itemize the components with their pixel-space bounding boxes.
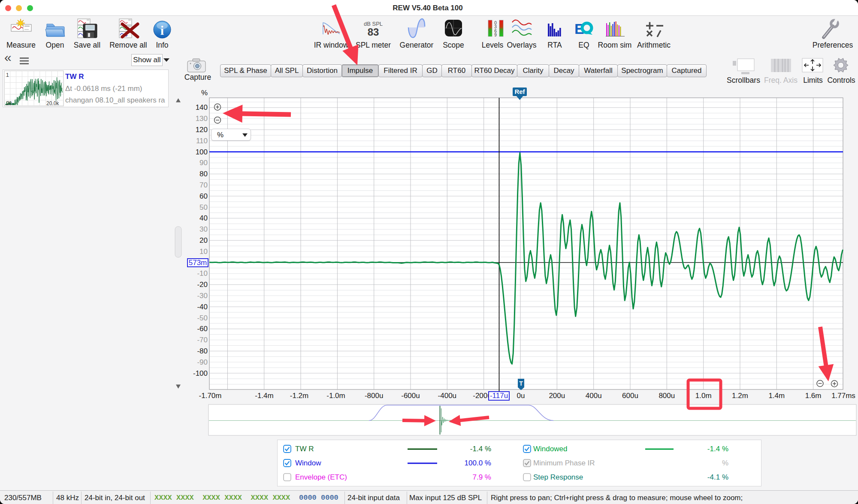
svg-text:T: T [519,380,523,387]
svg-text:6: 6 [494,29,497,33]
svg-text:9: 9 [494,33,497,37]
svg-text:i: i [160,23,164,37]
svg-text:E: E [574,21,584,37]
svg-text:0: 0 [494,21,497,25]
svg-text:dB SPL: dB SPL [364,21,383,27]
svg-text:83: 83 [368,26,379,38]
svg-text:3: 3 [494,24,497,29]
